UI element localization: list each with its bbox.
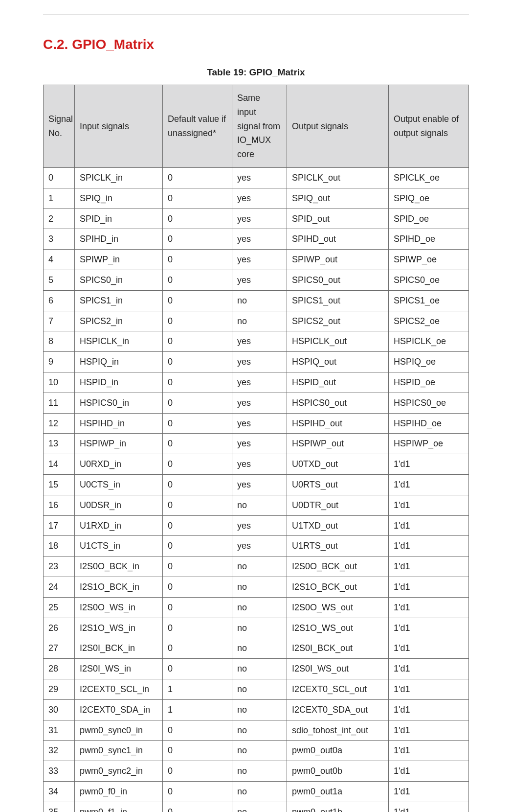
cell-default: 0 xyxy=(163,577,232,597)
table-row: 15U0CTS_in0yesU0RTS_out1'd1 xyxy=(44,474,469,495)
cell-default: 0 xyxy=(163,781,232,802)
cell-oe: 1'd1 xyxy=(389,679,469,699)
cell-output: HSPIHD_out xyxy=(287,413,389,434)
cell-oe: SPICLK_oe xyxy=(389,167,469,188)
cell-same: yes xyxy=(232,229,287,250)
cell-output: U1TXD_out xyxy=(287,515,389,536)
cell-no: 11 xyxy=(44,393,75,413)
cell-no: 23 xyxy=(44,557,75,577)
cell-input: I2S0O_WS_in xyxy=(75,597,163,618)
cell-same: no xyxy=(232,597,287,618)
cell-input: SPIQ_in xyxy=(75,188,163,209)
table-row: 16U0DSR_in0noU0DTR_out1'd1 xyxy=(44,495,469,515)
cell-oe: 1'd1 xyxy=(389,557,469,577)
cell-output: I2S1O_BCK_out xyxy=(287,577,389,597)
cell-input: I2S0O_BCK_in xyxy=(75,557,163,577)
cell-default: 0 xyxy=(163,618,232,638)
cell-input: SPIWP_in xyxy=(75,250,163,270)
cell-default: 0 xyxy=(163,741,232,761)
table-row: 8HSPICLK_in0yesHSPICLK_outHSPICLK_oe xyxy=(44,331,469,352)
cell-default: 0 xyxy=(163,290,232,311)
cell-no: 29 xyxy=(44,679,75,699)
cell-input: HSPIHD_in xyxy=(75,413,163,434)
cell-input: HSPID_in xyxy=(75,372,163,393)
cell-output: SPIQ_out xyxy=(287,188,389,209)
cell-oe: SPICS0_oe xyxy=(389,270,469,290)
table-row: 32pwm0_sync1_in0nopwm0_out0a1'd1 xyxy=(44,741,469,761)
cell-no: 5 xyxy=(44,270,75,290)
cell-input: SPID_in xyxy=(75,209,163,229)
cell-oe: 1'd1 xyxy=(389,577,469,597)
cell-no: 30 xyxy=(44,699,75,720)
cell-default: 0 xyxy=(163,495,232,515)
table-row: 3SPIHD_in0yesSPIHD_outSPIHD_oe xyxy=(44,229,469,250)
cell-oe: SPIWP_oe xyxy=(389,250,469,270)
cell-input: I2CEXT0_SCL_in xyxy=(75,679,163,699)
table-row: 34pwm0_f0_in0nopwm0_out1a1'd1 xyxy=(44,781,469,802)
cell-same: no xyxy=(232,741,287,761)
table-row: 35pwm0_f1_in0nopwm0_out1b1'd1 xyxy=(44,802,469,812)
cell-same: yes xyxy=(232,454,287,475)
cell-oe: 1'd1 xyxy=(389,515,469,536)
cell-no: 35 xyxy=(44,802,75,812)
cell-oe: 1'd1 xyxy=(389,638,469,659)
cell-input: HSPIWP_in xyxy=(75,434,163,454)
cell-output: I2S0I_BCK_out xyxy=(287,638,389,659)
cell-output: I2S0I_WS_out xyxy=(287,659,389,679)
cell-same: yes xyxy=(232,250,287,270)
header-rule xyxy=(43,15,469,15)
cell-no: 12 xyxy=(44,413,75,434)
section-title: GPIO_Matrix xyxy=(72,37,154,52)
cell-output: HSPICS0_out xyxy=(287,393,389,413)
cell-output: I2S1O_WS_out xyxy=(287,618,389,638)
table-row: 27I2S0I_BCK_in0noI2S0I_BCK_out1'd1 xyxy=(44,638,469,659)
cell-same: no xyxy=(232,679,287,699)
th-default-value: Default value if unassigned* xyxy=(163,85,232,168)
table-row: 25I2S0O_WS_in0noI2S0O_WS_out1'd1 xyxy=(44,597,469,618)
cell-oe: 1'd1 xyxy=(389,659,469,679)
cell-output: HSPIQ_out xyxy=(287,352,389,372)
cell-input: HSPICS0_in xyxy=(75,393,163,413)
cell-input: HSPIQ_in xyxy=(75,352,163,372)
cell-output: U0DTR_out xyxy=(287,495,389,515)
cell-default: 0 xyxy=(163,557,232,577)
cell-output: I2S0O_BCK_out xyxy=(287,557,389,577)
th-same-input: Same input signal from IO_MUX core xyxy=(232,85,287,168)
cell-default: 0 xyxy=(163,515,232,536)
cell-oe: 1'd1 xyxy=(389,781,469,802)
cell-default: 0 xyxy=(163,434,232,454)
cell-default: 0 xyxy=(163,597,232,618)
table-header-row: Signal No. Input signals Default value i… xyxy=(44,85,469,168)
cell-no: 28 xyxy=(44,659,75,679)
table-row: 7SPICS2_in0noSPICS2_outSPICS2_oe xyxy=(44,311,469,331)
cell-oe: HSPID_oe xyxy=(389,372,469,393)
cell-same: yes xyxy=(232,515,287,536)
cell-no: 31 xyxy=(44,720,75,741)
cell-no: 18 xyxy=(44,536,75,557)
cell-default: 0 xyxy=(163,638,232,659)
cell-default: 0 xyxy=(163,188,232,209)
cell-output: pwm0_out1a xyxy=(287,781,389,802)
cell-oe: 1'd1 xyxy=(389,495,469,515)
cell-no: 26 xyxy=(44,618,75,638)
cell-default: 0 xyxy=(163,720,232,741)
table-row: 4SPIWP_in0yesSPIWP_outSPIWP_oe xyxy=(44,250,469,270)
cell-same: no xyxy=(232,699,287,720)
cell-no: 25 xyxy=(44,597,75,618)
cell-output: HSPICLK_out xyxy=(287,331,389,352)
cell-no: 2 xyxy=(44,209,75,229)
cell-output: I2CEXT0_SCL_out xyxy=(287,679,389,699)
cell-oe: 1'd1 xyxy=(389,761,469,782)
cell-oe: 1'd1 xyxy=(389,536,469,557)
cell-input: pwm0_f1_in xyxy=(75,802,163,812)
cell-no: 34 xyxy=(44,781,75,802)
cell-output: SPICS1_out xyxy=(287,290,389,311)
cell-same: no xyxy=(232,761,287,782)
cell-same: yes xyxy=(232,352,287,372)
cell-no: 4 xyxy=(44,250,75,270)
table-row: 1SPIQ_in0yesSPIQ_outSPIQ_oe xyxy=(44,188,469,209)
section-heading: C.2. GPIO_Matrix xyxy=(43,37,469,52)
cell-input: I2S0I_WS_in xyxy=(75,659,163,679)
cell-oe: HSPIQ_oe xyxy=(389,352,469,372)
cell-input: I2S1O_BCK_in xyxy=(75,577,163,597)
